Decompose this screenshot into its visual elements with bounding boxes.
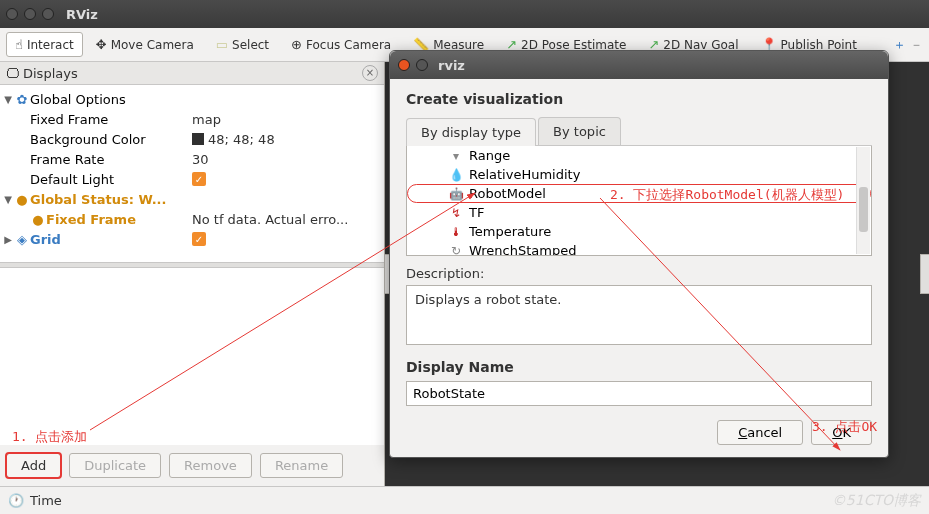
- clock-icon: 🕐: [8, 493, 24, 508]
- dialog-tabs: By display type By topic: [406, 117, 872, 146]
- list-item: 🌡Temperature: [407, 222, 871, 241]
- list-item: ▾Range: [407, 146, 871, 165]
- warning-icon: ●: [30, 212, 46, 227]
- list-item-label[interactable]: Range: [469, 148, 510, 163]
- displays-title: Displays: [23, 66, 362, 81]
- remove-button: Remove: [169, 453, 252, 478]
- list-item: ↯TF: [407, 203, 871, 222]
- list-item-label[interactable]: TF: [469, 205, 484, 220]
- description-box: Displays a robot state.: [406, 285, 872, 345]
- bgcolor-value[interactable]: 48; 48; 48: [208, 132, 275, 147]
- move-icon: ✥: [96, 37, 107, 52]
- interact-button[interactable]: ☝ Interact: [6, 32, 83, 57]
- description-label: Description:: [406, 266, 872, 281]
- grid-icon: ◈: [14, 232, 30, 247]
- focus-camera-label: Focus Camera: [306, 38, 391, 52]
- global-status-label: Global Status: W...: [30, 192, 167, 207]
- displays-panel: 🖵 Displays × ▼✿Global Options Fixed Fram…: [0, 62, 385, 486]
- scrollbar-thumb[interactable]: [859, 187, 868, 232]
- wrench-icon: ↻: [447, 244, 465, 257]
- focus-icon: ⊕: [291, 37, 302, 52]
- frame-rate-key: Frame Rate: [30, 152, 104, 167]
- minus-icon[interactable]: －: [910, 36, 923, 54]
- bgcolor-key: Background Color: [30, 132, 146, 147]
- checkbox-checked-icon[interactable]: ✓: [192, 232, 206, 246]
- select-label: Select: [232, 38, 269, 52]
- frame-rate-value[interactable]: 30: [192, 152, 209, 167]
- display-name-input[interactable]: [406, 381, 872, 406]
- dialog-button-row: CCancelancel OK: [406, 420, 872, 445]
- display-name-label: Display Name: [406, 359, 872, 375]
- add-button[interactable]: Add: [6, 453, 61, 478]
- list-item: ↻WrenchStamped: [407, 241, 871, 256]
- watermark: ©51CTO博客: [832, 492, 921, 510]
- window-minimize-icon[interactable]: [24, 8, 36, 20]
- interact-label: Interact: [27, 38, 74, 52]
- select-button[interactable]: ▭ Select: [207, 32, 278, 57]
- window-maximize-icon[interactable]: [42, 8, 54, 20]
- monitor-icon: 🖵: [6, 66, 19, 81]
- color-swatch[interactable]: [192, 133, 204, 145]
- displays-tree[interactable]: ▼✿Global Options Fixed Frame Background …: [0, 85, 384, 262]
- list-item-label[interactable]: Temperature: [469, 224, 551, 239]
- tab-by-topic[interactable]: By topic: [538, 117, 621, 145]
- expand-icon[interactable]: ▼: [2, 94, 14, 105]
- cancel-button[interactable]: CCancelancel: [717, 420, 803, 445]
- temperature-icon: 🌡: [447, 225, 465, 239]
- expand-icon[interactable]: ▶: [2, 234, 14, 245]
- dialog-title: rviz: [438, 58, 465, 73]
- list-item-label[interactable]: WrenchStamped: [469, 243, 576, 256]
- default-light-key: Default Light: [30, 172, 114, 187]
- humidity-icon: 💧: [447, 168, 465, 182]
- list-item-robotmodel: 🤖RobotModel: [407, 184, 871, 203]
- dialog-min-icon[interactable]: [416, 59, 428, 71]
- dialog-heading: Create visualization: [406, 91, 872, 107]
- rename-button: Rename: [260, 453, 343, 478]
- global-options-label: Global Options: [30, 92, 126, 107]
- gear-icon: ✿: [14, 92, 30, 107]
- ok-button[interactable]: OK: [811, 420, 872, 445]
- list-item-label[interactable]: RobotModel: [469, 186, 546, 201]
- fixed-frame-key: Fixed Frame: [30, 112, 108, 127]
- fixed-frame-status-value: No tf data. Actual erro...: [192, 212, 348, 227]
- displays-header: 🖵 Displays ×: [0, 62, 384, 85]
- list-item-label[interactable]: RelativeHumidity: [469, 167, 580, 182]
- time-panel: 🕐 Time: [0, 486, 929, 514]
- warning-icon: ●: [14, 192, 30, 207]
- dialog-close-icon[interactable]: [398, 59, 410, 71]
- select-icon: ▭: [216, 37, 228, 52]
- panel-close-button[interactable]: ×: [362, 65, 378, 81]
- tab-by-display-type[interactable]: By display type: [406, 118, 536, 146]
- displays-button-row: Add Duplicate Remove Rename: [0, 445, 384, 486]
- main-titlebar: RViz: [0, 0, 929, 28]
- plus-icon[interactable]: ＋: [893, 36, 906, 54]
- range-icon: ▾: [447, 149, 465, 163]
- move-camera-label: Move Camera: [111, 38, 194, 52]
- checkbox-checked-icon[interactable]: ✓: [192, 172, 206, 186]
- dialog-titlebar[interactable]: rviz: [390, 51, 888, 79]
- description-text: Displays a robot state.: [415, 292, 561, 307]
- pointer-icon: ☝: [15, 37, 23, 52]
- list-scrollbar[interactable]: [856, 147, 870, 254]
- time-label: Time: [30, 493, 62, 508]
- panel-handle-right[interactable]: [920, 254, 929, 294]
- list-item: 💧RelativeHumidity: [407, 165, 871, 184]
- window-close-icon[interactable]: [6, 8, 18, 20]
- grid-label: Grid: [30, 232, 61, 247]
- fixed-frame-status-key: Fixed Frame: [46, 212, 136, 227]
- robot-icon: 🤖: [447, 187, 465, 201]
- fixed-frame-value[interactable]: map: [192, 112, 221, 127]
- duplicate-button: Duplicate: [69, 453, 161, 478]
- description-area: [0, 268, 384, 445]
- create-visualization-dialog: rviz Create visualization By display typ…: [389, 50, 889, 458]
- focus-camera-button[interactable]: ⊕ Focus Camera: [282, 32, 400, 57]
- tf-icon: ↯: [447, 206, 465, 220]
- display-type-list[interactable]: ▾Range 💧RelativeHumidity 🤖RobotModel ↯TF…: [406, 146, 872, 256]
- window-title: RViz: [66, 7, 98, 22]
- expand-icon[interactable]: ▼: [2, 194, 14, 205]
- move-camera-button[interactable]: ✥ Move Camera: [87, 32, 203, 57]
